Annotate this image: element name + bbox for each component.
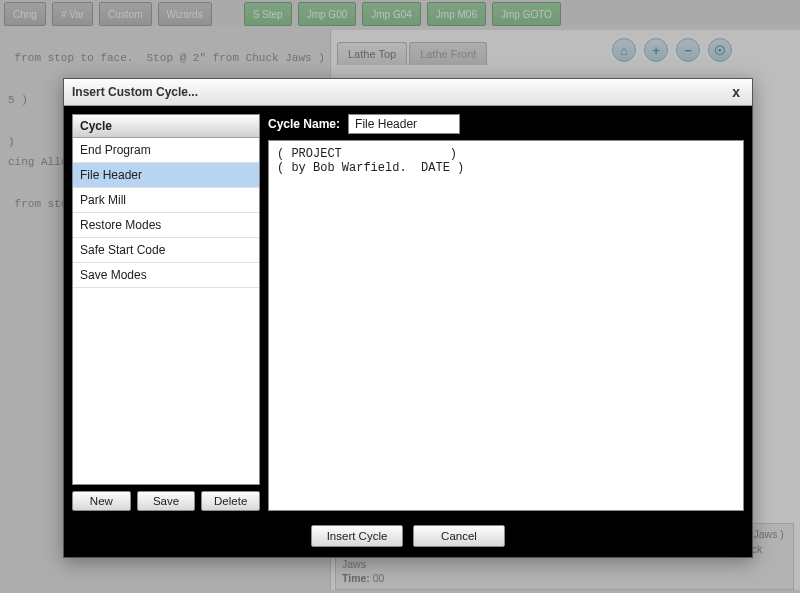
tab-lathe-front[interactable]: Lathe Front bbox=[409, 42, 487, 65]
save-button[interactable]: Save bbox=[137, 491, 196, 511]
cycle-list-header: Cycle bbox=[73, 115, 259, 138]
tb-jmp-goto[interactable]: Jmp GOTO bbox=[492, 2, 561, 26]
insert-cycle-button[interactable]: Insert Cycle bbox=[311, 525, 403, 547]
delete-button[interactable]: Delete bbox=[201, 491, 260, 511]
dialog-title: Insert Custom Cycle... bbox=[72, 85, 198, 99]
zoom-in-icon[interactable]: + bbox=[644, 38, 668, 62]
tb-custom[interactable]: Custom bbox=[99, 2, 151, 26]
cancel-button[interactable]: Cancel bbox=[413, 525, 505, 547]
tb-chng[interactable]: Chng bbox=[4, 2, 46, 26]
tb-var[interactable]: # Var bbox=[52, 2, 93, 26]
zoom-out-icon[interactable]: − bbox=[676, 38, 700, 62]
cycle-name-label: Cycle Name: bbox=[268, 117, 340, 131]
zoom-fit-icon[interactable]: ☉ bbox=[708, 38, 732, 62]
insert-custom-cycle-dialog: Insert Custom Cycle... x Cycle End Progr… bbox=[63, 78, 753, 558]
cycle-preview[interactable]: ( PROJECT ) ( by Bob Warfield. DATE ) bbox=[268, 140, 744, 511]
zoom-home-icon[interactable]: ⌂ bbox=[612, 38, 636, 62]
tb-jmp-m06[interactable]: Jmp M06 bbox=[427, 2, 486, 26]
cycle-list-item[interactable]: End Program bbox=[73, 138, 259, 163]
tab-lathe-top[interactable]: Lathe Top bbox=[337, 42, 407, 65]
tb-sstep[interactable]: S Step bbox=[244, 2, 292, 26]
close-icon[interactable]: x bbox=[728, 84, 744, 100]
status-time-text: 00 bbox=[373, 572, 385, 584]
cycle-list-item[interactable]: File Header bbox=[73, 163, 259, 188]
cycle-name-input[interactable] bbox=[348, 114, 460, 134]
cycle-list-item[interactable]: Park Mill bbox=[73, 188, 259, 213]
cycle-list-item[interactable]: Restore Modes bbox=[73, 213, 259, 238]
tb-jmp-g00[interactable]: Jmp G00 bbox=[298, 2, 357, 26]
dialog-titlebar: Insert Custom Cycle... x bbox=[64, 79, 752, 106]
cycle-list-item[interactable]: Safe Start Code bbox=[73, 238, 259, 263]
zoom-toolbar: ⌂ + − ☉ bbox=[612, 38, 732, 62]
status-time-label: Time: bbox=[342, 572, 370, 584]
view-tabs: Lathe Top Lathe Front bbox=[337, 42, 487, 65]
cycle-list: Cycle End ProgramFile HeaderPark MillRes… bbox=[72, 114, 260, 485]
tb-jmp-g04[interactable]: Jmp G04 bbox=[362, 2, 421, 26]
cycle-list-item[interactable]: Save Modes bbox=[73, 263, 259, 288]
main-toolbar: Chng # Var Custom Wizards S Step Jmp G00… bbox=[0, 0, 800, 26]
tb-wizards[interactable]: Wizards bbox=[158, 2, 212, 26]
new-button[interactable]: New bbox=[72, 491, 131, 511]
